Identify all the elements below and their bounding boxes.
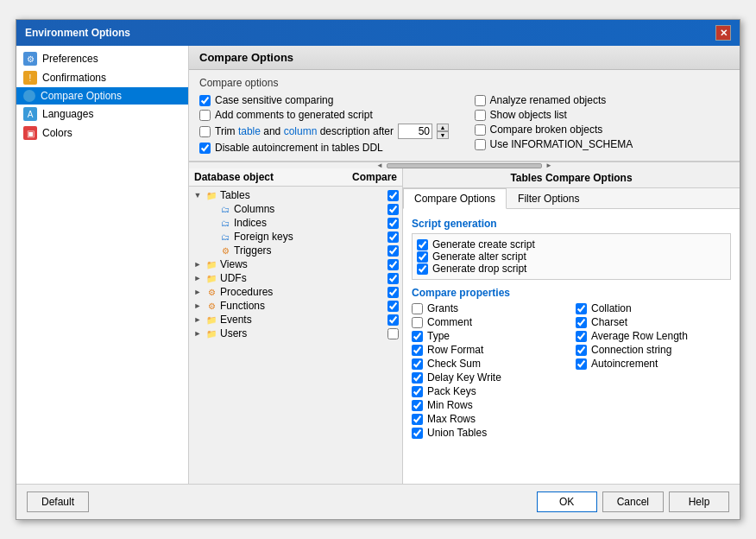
tree-label-events: Events — [220, 314, 385, 326]
expander-triggers — [206, 245, 217, 256]
horizontal-scrollbar[interactable]: ◄ ► — [189, 162, 740, 168]
analyze-renamed-checkbox[interactable] — [475, 95, 486, 106]
help-button[interactable]: Help — [669, 491, 729, 512]
expander-users[interactable]: ► — [192, 328, 203, 339]
colors-icon: ▣ — [23, 126, 37, 140]
tree-label-tables: Tables — [220, 189, 385, 201]
right-content: Script generation Generate create script… — [403, 209, 740, 484]
tree-item-functions[interactable]: ► ⚙ Functions — [189, 299, 402, 313]
tab-compare-options[interactable]: Compare Options — [403, 188, 507, 209]
checkbox-procedures[interactable] — [387, 287, 399, 298]
checkbox-indices[interactable] — [387, 218, 399, 229]
checkbox-tables[interactable] — [387, 190, 399, 201]
checkbox-triggers[interactable] — [387, 245, 399, 257]
tree-label-udfs: UDFs — [220, 272, 385, 284]
db-objects-list: ▼ 📁 Tables 🗂 Columns — [189, 187, 402, 484]
prop-connection-string-checkbox[interactable] — [576, 345, 587, 356]
add-comments-checkbox[interactable] — [199, 110, 211, 121]
tree-item-tables[interactable]: ▼ 📁 Tables — [189, 188, 402, 202]
prop-autoincrement: Autoincrement — [576, 358, 731, 370]
trim-table-label: Trim table and column description after — [215, 125, 394, 137]
generate-alter-checkbox[interactable] — [417, 251, 428, 263]
tree-item-columns[interactable]: 🗂 Columns — [189, 202, 402, 216]
prop-row-format-checkbox[interactable] — [412, 345, 423, 356]
tree-item-events[interactable]: ► 📁 Events — [189, 313, 402, 327]
expander-functions[interactable]: ► — [192, 301, 203, 311]
prop-charset-checkbox[interactable] — [576, 317, 587, 328]
prop-comment-checkbox[interactable] — [412, 317, 423, 328]
prop-min-rows-label: Min Rows — [427, 399, 473, 411]
generate-create-checkbox[interactable] — [417, 239, 428, 250]
table-icon-indices: 🗂 — [219, 217, 231, 229]
expander-procedures[interactable]: ► — [192, 287, 203, 297]
use-information-schema-checkbox[interactable] — [475, 139, 486, 150]
default-button[interactable]: Default — [27, 491, 89, 512]
trim-spinner-input[interactable] — [398, 124, 432, 139]
compare-broken-checkbox[interactable] — [475, 124, 486, 136]
tree-label-columns: Columns — [234, 203, 385, 215]
sidebar-item-preferences[interactable]: ⚙ Preferences — [16, 49, 188, 68]
prop-charset-label: Charset — [591, 316, 627, 328]
expander-tables[interactable]: ▼ — [192, 190, 203, 200]
checkbox-functions[interactable] — [387, 301, 399, 312]
tree-item-views[interactable]: ► 📁 Views — [189, 257, 402, 271]
prop-pack-keys-checkbox[interactable] — [412, 386, 423, 397]
cancel-button[interactable]: Cancel — [602, 491, 664, 512]
checkbox-foreign-keys[interactable] — [387, 231, 399, 243]
disable-autoincrement-checkbox[interactable] — [199, 143, 211, 154]
sidebar-item-languages[interactable]: A Languages — [16, 105, 188, 124]
sidebar-item-confirmations[interactable]: ! Confirmations — [16, 68, 188, 87]
prop-avg-row-length-label: Average Row Length — [591, 330, 688, 342]
prop-avg-row-length-checkbox[interactable] — [576, 331, 587, 342]
prop-grants-checkbox[interactable] — [412, 303, 423, 314]
tree-item-indices[interactable]: 🗂 Indices — [189, 216, 402, 230]
scroll-thumb[interactable] — [387, 163, 542, 168]
prop-max-rows-label: Max Rows — [427, 413, 476, 425]
case-sensitive-checkbox[interactable] — [199, 95, 211, 106]
prop-union-tables-checkbox[interactable] — [412, 428, 423, 439]
prop-delay-key-write: Delay Key Write — [412, 371, 567, 384]
checkbox-views[interactable] — [387, 259, 399, 270]
expander-udfs[interactable]: ► — [192, 273, 203, 283]
prop-charset: Charset — [576, 316, 731, 328]
tree-label-triggers: Triggers — [234, 244, 385, 257]
trim-table-checkbox[interactable] — [199, 126, 211, 137]
expander-events[interactable]: ► — [192, 314, 203, 325]
prop-check-sum-checkbox[interactable] — [412, 358, 423, 370]
tree-item-foreign-keys[interactable]: 🗂 Foreign keys — [189, 230, 402, 244]
prop-delay-key-write-checkbox[interactable] — [412, 372, 423, 384]
folder-icon-udfs: 📁 — [205, 272, 217, 284]
checkbox-events[interactable] — [387, 314, 399, 326]
sidebar-item-compare-options[interactable]: Compare Options — [16, 87, 188, 105]
checkbox-udfs[interactable] — [387, 273, 399, 284]
show-objects-checkbox[interactable] — [475, 110, 486, 121]
use-information-schema-option: Use INFORMATION_SCHEMA — [475, 138, 730, 150]
disable-autoincrement-label: Disable autoincrement in tables DDL — [215, 142, 383, 154]
tab-filter-options[interactable]: Filter Options — [507, 188, 590, 208]
ok-button[interactable]: OK — [537, 491, 597, 512]
checkbox-columns[interactable] — [387, 204, 399, 215]
tree-label-procedures: Procedures — [220, 286, 385, 298]
tree-item-procedures[interactable]: ► ⚙ Procedures — [189, 285, 402, 299]
spinner-down-button[interactable]: ▼ — [437, 131, 449, 139]
prop-collation-checkbox[interactable] — [576, 303, 587, 314]
gear-icon-procedures: ⚙ — [205, 286, 217, 298]
prop-max-rows-checkbox[interactable] — [412, 414, 423, 425]
close-button[interactable]: ✕ — [715, 25, 731, 41]
prop-row-format: Row Format — [412, 344, 567, 356]
tree-label-foreign-keys: Foreign keys — [234, 231, 385, 243]
prop-type-checkbox[interactable] — [412, 331, 423, 342]
tree-item-udfs[interactable]: ► 📁 UDFs — [189, 271, 402, 285]
tree-item-triggers[interactable]: ⚙ Triggers — [189, 244, 402, 257]
table-icon-foreign-keys: 🗂 — [219, 231, 231, 243]
prop-autoincrement-checkbox[interactable] — [576, 358, 587, 370]
spinner-up-button[interactable]: ▲ — [437, 124, 449, 131]
generate-drop-checkbox[interactable] — [417, 263, 428, 275]
tree-item-users[interactable]: ► 📁 Users — [189, 327, 402, 340]
sidebar-item-label: Compare Options — [41, 90, 122, 102]
prop-min-rows-checkbox[interactable] — [412, 400, 423, 411]
expander-views[interactable]: ► — [192, 259, 203, 270]
add-comments-label: Add comments to generated script — [215, 109, 373, 121]
sidebar-item-colors[interactable]: ▣ Colors — [16, 124, 188, 143]
checkbox-users[interactable] — [387, 328, 399, 339]
